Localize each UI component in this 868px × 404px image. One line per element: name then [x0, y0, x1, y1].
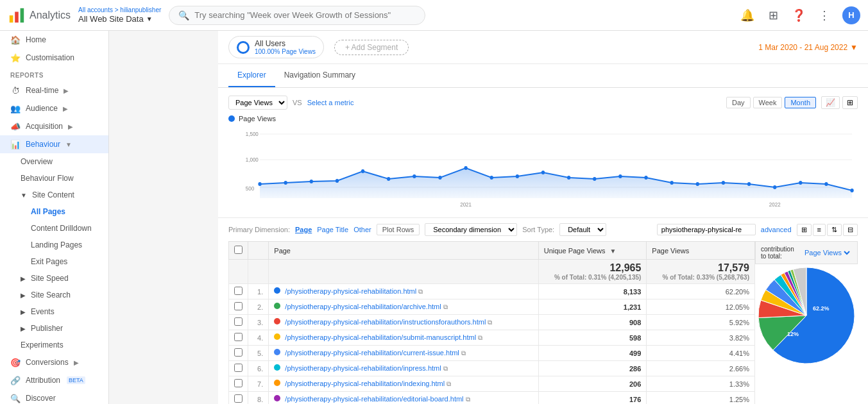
compare-view-button[interactable]: ⇅ [827, 224, 842, 236]
advanced-button[interactable]: advanced [761, 226, 792, 233]
page-link[interactable]: /physiotherapy-physical-rehabilitation/i… [285, 318, 486, 326]
attribution-beta-badge: BETA [67, 376, 85, 384]
dim-page-link[interactable]: Page [295, 226, 312, 233]
th-pageviews[interactable]: Page Views [647, 242, 755, 260]
week-button[interactable]: Week [753, 97, 783, 108]
sidebar-item-overview[interactable]: Overview [0, 153, 108, 170]
month-button[interactable]: Month [785, 97, 816, 108]
page-link[interactable]: /physiotherapy-physical-rehabilitation/e… [285, 395, 463, 403]
topbar-icons: 🔔 ⊞ ❓ ⋮ H [740, 6, 860, 24]
day-button[interactable]: Day [726, 97, 751, 108]
table-search-filter[interactable] [657, 224, 756, 235]
external-link-icon[interactable]: ⧉ [466, 396, 470, 403]
svg-point-32 [824, 182, 828, 186]
row-checkbox[interactable] [234, 287, 243, 295]
external-link-icon[interactable]: ⧉ [478, 334, 482, 341]
help-icon[interactable]: ❓ [791, 8, 806, 23]
select-metric-link[interactable]: Select a metric [307, 99, 354, 106]
row-checkbox[interactable] [234, 317, 243, 326]
sidebar-item-conversions[interactable]: 🎯 Conversions ▶ [0, 353, 108, 371]
primary-dim-label: Primary Dimension: [228, 226, 290, 233]
sidebar-item-home[interactable]: 🏠 Home [0, 31, 108, 49]
row-checkbox[interactable] [234, 333, 243, 341]
filter-input[interactable] [661, 226, 751, 233]
sidebar-item-publisher[interactable]: ▶ Publisher [0, 320, 108, 337]
sidebar-item-discover[interactable]: 🔍 Discover [0, 389, 108, 404]
row-page: /physiotherapy-physical-rehabilitation/i… [269, 376, 538, 392]
page-link[interactable]: /physiotherapy-physical-rehabilitation/a… [285, 303, 441, 310]
add-segment-button[interactable]: + Add Segment [334, 40, 409, 55]
external-link-icon[interactable]: ⧉ [418, 288, 423, 295]
row-num: 7. [248, 376, 269, 392]
row-checkbox[interactable] [234, 394, 243, 403]
sidebar-item-customisation[interactable]: ⭐ Customisation [0, 49, 108, 67]
sidebar-item-site-speed[interactable]: ▶ Site Speed [0, 270, 108, 287]
sidebar-item-exit-pages[interactable]: Exit Pages [0, 253, 108, 270]
grid-view-button[interactable]: ⊞ [797, 224, 812, 236]
sidebar-item-events[interactable]: ▶ Events [0, 303, 108, 320]
external-link-icon[interactable]: ⧉ [443, 365, 448, 372]
all-users-segment[interactable]: All Users 100.00% Page Views [228, 36, 324, 58]
bell-icon[interactable]: 🔔 [740, 8, 755, 23]
dropdown-arrow-icon: ▼ [146, 15, 153, 23]
sidebar-item-content-drilldown[interactable]: Content Drilldown [0, 220, 108, 237]
external-link-icon[interactable]: ⧉ [447, 380, 451, 387]
plot-rows-button[interactable]: Plot Rows [377, 224, 420, 235]
th-unique-pageviews[interactable]: Unique Page Views ▼ [538, 242, 647, 260]
row-checkbox-cell [229, 361, 248, 376]
select-all-checkbox[interactable] [234, 246, 243, 254]
list-view-button[interactable]: ≡ [813, 224, 826, 236]
th-page[interactable]: Page [269, 242, 538, 260]
legend-dot-icon [228, 115, 235, 122]
secondary-dimension-select[interactable]: Secondary dimension [425, 223, 517, 236]
page-link[interactable]: /physiotherapy-physical-rehabilitation/s… [285, 333, 476, 341]
metric-select[interactable]: Page Views [228, 96, 287, 110]
sidebar-item-all-pages[interactable]: All Pages [0, 203, 108, 220]
expand-icon-site-search: ▶ [21, 292, 26, 299]
sidebar-item-landing-pages[interactable]: Landing Pages [0, 237, 108, 253]
grid-icon[interactable]: ⊞ [765, 8, 781, 23]
line-chart-button[interactable]: 📈 [821, 96, 840, 109]
sort-type-select[interactable]: Default [559, 223, 606, 236]
sidebar-item-experiments[interactable]: Experiments [0, 337, 108, 353]
global-search-input[interactable] [194, 10, 416, 20]
external-link-icon[interactable]: ⧉ [443, 303, 448, 310]
sidebar-item-realtime[interactable]: ⏱ Real-time ▶ [0, 81, 108, 99]
contrib-select[interactable]: Page Views [802, 248, 852, 257]
page-link[interactable]: /physiotherapy-physical-rehabilitation/i… [285, 380, 445, 387]
row-checkbox[interactable] [234, 379, 243, 387]
global-search-bar[interactable]: 🔍 [169, 6, 425, 25]
dim-page-title-link[interactable]: Page Title [317, 226, 348, 233]
sidebar-item-audience[interactable]: 👥 Audience ▶ [0, 99, 108, 117]
pivot-view-button[interactable]: ⊟ [843, 224, 858, 236]
more-vert-icon[interactable]: ⋮ [817, 8, 832, 23]
row-checkbox[interactable] [234, 364, 243, 372]
realtime-icon: ⏱ [10, 85, 21, 96]
avatar[interactable]: H [842, 6, 860, 24]
row-upv: 286 [538, 361, 647, 376]
row-checkbox[interactable] [234, 348, 243, 357]
dim-other-link[interactable]: Other [353, 226, 371, 233]
page-link[interactable]: /physiotherapy-physical-rehabilitation/i… [285, 364, 441, 372]
sidebar-item-acquisition[interactable]: 📣 Acquisition ▶ [0, 117, 108, 135]
row-checkbox[interactable] [234, 302, 243, 310]
page-link[interactable]: /physiotherapy-physical-rehabilitation.h… [285, 287, 416, 295]
date-range-picker[interactable]: 1 Mar 2020 - 21 Aug 2022 ▼ [758, 43, 858, 52]
account-name[interactable]: All Web Site Data ▼ [78, 14, 161, 25]
tab-explorer[interactable]: Explorer [228, 64, 275, 87]
sidebar-item-site-content[interactable]: ▼ Site Content [0, 187, 108, 203]
external-link-icon[interactable]: ⧉ [488, 319, 492, 326]
sidebar-item-site-search[interactable]: ▶ Site Search [0, 287, 108, 303]
bar-chart-button[interactable]: ⊞ [842, 96, 858, 109]
row-checkbox-cell [229, 376, 248, 392]
sidebar-item-behaviour[interactable]: 📊 Behaviour ▼ [0, 135, 108, 153]
external-link-icon[interactable]: ⧉ [461, 349, 466, 357]
tab-navigation-summary[interactable]: Navigation Summary [275, 64, 364, 87]
page-link[interactable]: /physiotherapy-physical-rehabilitation/c… [285, 349, 459, 357]
sidebar-item-behaviour-flow[interactable]: Behaviour Flow [0, 170, 108, 187]
sidebar-item-attribution[interactable]: 🔗 Attribution BETA [0, 371, 108, 389]
sidebar-label-overview: Overview [21, 157, 53, 166]
account-breadcrumb[interactable]: All accounts > hilianpublisher All Web S… [78, 6, 161, 25]
logo[interactable]: Analytics [8, 6, 71, 24]
svg-point-14 [361, 169, 364, 173]
